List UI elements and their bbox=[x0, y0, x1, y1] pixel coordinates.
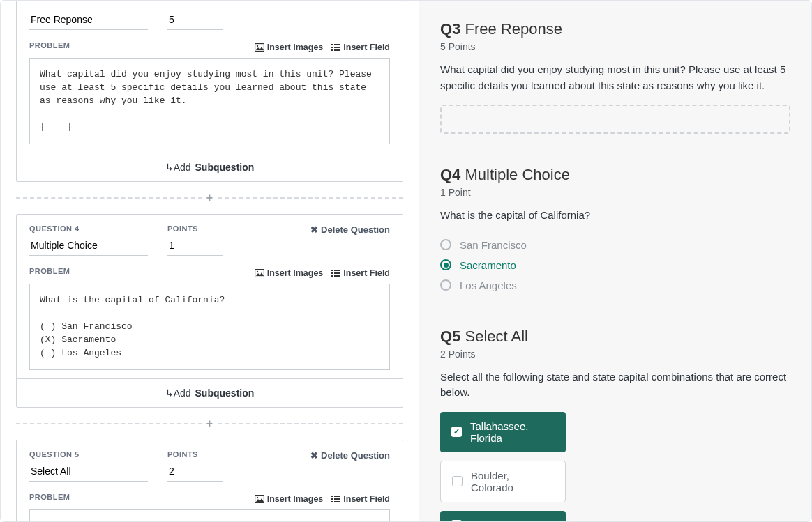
free-response-blank[interactable] bbox=[440, 105, 790, 134]
preview-points: 5 Points bbox=[440, 41, 790, 52]
preview-text: What capital did you enjoy studying most… bbox=[440, 62, 790, 93]
points-label: POINTS bbox=[167, 450, 223, 459]
add-question-button[interactable]: + bbox=[202, 192, 218, 204]
svg-point-1 bbox=[257, 45, 258, 47]
svg-rect-4 bbox=[331, 47, 333, 48]
question-points-input[interactable] bbox=[167, 237, 223, 256]
question-card: QUESTION 4 POINTS ✖ Delete Question PROB… bbox=[16, 214, 403, 408]
question-card: QUESTION 5 POINTS ✖ Delete Question PROB… bbox=[16, 440, 403, 521]
svg-point-17 bbox=[257, 497, 258, 498]
problem-label: PROBLEM bbox=[29, 493, 70, 501]
question-points-input[interactable] bbox=[167, 11, 223, 30]
insert-field-button[interactable]: Insert Field bbox=[331, 494, 390, 504]
problem-editor[interactable]: Select all the following state and state… bbox=[29, 509, 390, 521]
checkbox-label: Lansing, Michigan bbox=[470, 519, 555, 522]
delete-question-button[interactable]: ✖ Delete Question bbox=[310, 450, 390, 461]
preview-question: Q4 Multiple Choice 1 Point What is the c… bbox=[440, 166, 790, 295]
svg-rect-7 bbox=[334, 49, 340, 51]
radio-icon bbox=[440, 259, 451, 270]
close-icon: ✖ bbox=[310, 450, 318, 461]
svg-rect-11 bbox=[334, 270, 340, 271]
svg-point-9 bbox=[257, 271, 258, 272]
svg-rect-15 bbox=[334, 275, 340, 277]
svg-rect-20 bbox=[331, 498, 333, 500]
question-number-label: QUESTION 5 bbox=[29, 450, 148, 459]
list-icon bbox=[331, 269, 340, 277]
preview-points: 2 Points bbox=[440, 348, 790, 360]
insert-field-button[interactable]: Insert Field bbox=[331, 43, 390, 52]
preview-question: Q5 Select All 2 Points Select all the fo… bbox=[440, 328, 790, 522]
radio-icon bbox=[440, 279, 451, 291]
question-title-input[interactable] bbox=[29, 463, 148, 482]
checkbox-icon: ✓ bbox=[451, 520, 462, 522]
add-subquestion-button[interactable]: ↳Add Subquestion bbox=[17, 378, 403, 407]
preview-title: Q5 Select All bbox=[440, 328, 790, 346]
list-icon bbox=[331, 43, 340, 52]
radio-option[interactable]: Los Angeles bbox=[440, 275, 790, 295]
svg-rect-12 bbox=[331, 272, 333, 274]
preview-title: Q3 Free Reponse bbox=[440, 20, 790, 38]
radio-label: Los Angeles bbox=[460, 279, 517, 291]
preview-question: Q3 Free Reponse 5 Points What capital di… bbox=[440, 20, 790, 134]
question-divider: + bbox=[16, 417, 403, 430]
checkbox-option[interactable]: ✓ Tallahassee, Florida bbox=[440, 412, 566, 452]
app-root: PROBLEM Insert Images Insert Field What … bbox=[0, 0, 812, 522]
image-icon bbox=[255, 495, 264, 503]
svg-rect-19 bbox=[334, 496, 340, 497]
problem-editor[interactable]: What capital did you enjoy studying most… bbox=[29, 58, 390, 144]
preview-title: Q4 Multiple Choice bbox=[440, 166, 790, 184]
problem-label: PROBLEM bbox=[29, 267, 70, 275]
checkbox-label: Tallahassee, Florida bbox=[470, 420, 555, 444]
svg-rect-5 bbox=[334, 47, 340, 48]
insert-images-button[interactable]: Insert Images bbox=[255, 43, 324, 52]
image-icon bbox=[255, 43, 264, 52]
editor-pane: PROBLEM Insert Images Insert Field What … bbox=[1, 1, 419, 521]
checkbox-group: ✓ Tallahassee, Florida Boulder, Colorado… bbox=[440, 412, 790, 522]
svg-rect-23 bbox=[334, 501, 340, 502]
problem-editor[interactable]: What is the capital of California? ( ) S… bbox=[29, 284, 390, 370]
question-card: PROBLEM Insert Images Insert Field What … bbox=[16, 1, 403, 182]
insert-field-button[interactable]: Insert Field bbox=[331, 268, 390, 278]
preview-text: Select all the following state and state… bbox=[440, 369, 790, 401]
question-title-input[interactable] bbox=[29, 237, 148, 256]
insert-images-button[interactable]: Insert Images bbox=[255, 268, 324, 278]
insert-images-button[interactable]: Insert Images bbox=[255, 494, 324, 504]
question-divider: + bbox=[16, 192, 403, 204]
points-label: POINTS bbox=[167, 224, 223, 233]
question-number-label: QUESTION 4 bbox=[29, 224, 148, 233]
svg-rect-14 bbox=[331, 275, 333, 277]
checkbox-icon bbox=[452, 476, 463, 486]
radio-label: San Francisco bbox=[460, 239, 527, 251]
radio-label: Sacramento bbox=[460, 259, 516, 271]
preview-text: What is the capital of California? bbox=[440, 208, 790, 224]
radio-option[interactable]: Sacramento bbox=[440, 255, 790, 275]
problem-label: PROBLEM bbox=[29, 41, 70, 49]
svg-rect-21 bbox=[334, 498, 340, 500]
radio-icon bbox=[440, 239, 451, 250]
add-question-button[interactable]: + bbox=[202, 417, 218, 430]
radio-group: San Francisco Sacramento Los Angeles bbox=[440, 235, 790, 295]
svg-rect-18 bbox=[331, 496, 333, 497]
svg-rect-2 bbox=[331, 44, 333, 45]
question-title-input[interactable] bbox=[29, 11, 148, 30]
svg-rect-13 bbox=[334, 272, 340, 274]
svg-rect-3 bbox=[334, 44, 340, 45]
checkbox-option[interactable]: Boulder, Colorado bbox=[440, 461, 566, 502]
delete-question-button[interactable]: ✖ Delete Question bbox=[310, 224, 390, 235]
list-icon bbox=[331, 495, 340, 503]
checkbox-label: Boulder, Colorado bbox=[471, 470, 554, 493]
image-icon bbox=[255, 269, 264, 277]
svg-rect-6 bbox=[331, 49, 333, 51]
checkbox-option[interactable]: ✓ Lansing, Michigan bbox=[440, 511, 566, 522]
preview-points: 1 Point bbox=[440, 187, 790, 198]
preview-pane: Q3 Free Reponse 5 Points What capital di… bbox=[419, 1, 811, 521]
question-points-input[interactable] bbox=[167, 463, 223, 482]
add-subquestion-button[interactable]: ↳Add Subquestion bbox=[17, 153, 403, 181]
svg-rect-10 bbox=[331, 270, 333, 271]
checkbox-icon: ✓ bbox=[451, 427, 462, 437]
svg-rect-22 bbox=[331, 501, 333, 502]
radio-option[interactable]: San Francisco bbox=[440, 235, 790, 255]
close-icon: ✖ bbox=[310, 224, 318, 235]
